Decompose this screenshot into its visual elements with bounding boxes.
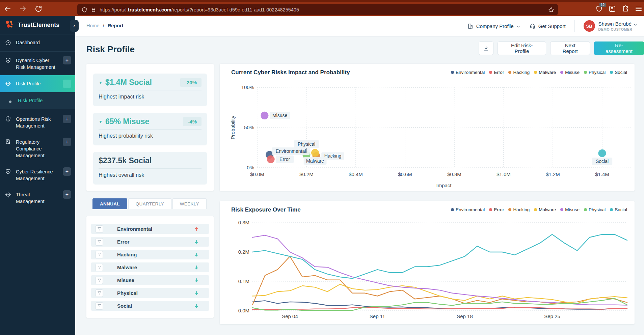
risk-name: Physical — [117, 290, 193, 296]
filter-funnel-icon[interactable] — [96, 302, 103, 310]
svg-text:Environmental: Environmental — [276, 148, 306, 154]
legend-dot-icon — [584, 71, 587, 74]
svg-text:$1.4M: $1.4M — [595, 171, 609, 177]
svg-text:Physical: Physical — [298, 141, 315, 147]
filter-funnel-icon[interactable] — [96, 251, 103, 258]
line-series-misuse — [252, 235, 627, 305]
sidebar-item-dynamic-cyber-risk-management[interactable]: Dynamic Cyber Risk Management+ — [0, 52, 75, 75]
scatter-point-misuse[interactable] — [261, 112, 268, 119]
extension-shield-icon[interactable]: 12 — [595, 5, 603, 13]
risk-row-hacking: Hacking — [91, 250, 209, 259]
legend-item-hacking[interactable]: Hacking — [508, 70, 530, 75]
sidebar-item-regulatory-compliance-management[interactable]: Regulatory Compliance Management+ — [0, 134, 75, 164]
tracking-shield-icon[interactable] — [81, 7, 87, 13]
tab-weekly[interactable]: WEEKLY — [172, 198, 207, 209]
sidebar-item-threat-management[interactable]: Threat Management+ — [0, 187, 75, 210]
risk-row-environmental: Environmental — [91, 224, 209, 234]
extension-card-icon[interactable] — [608, 5, 616, 13]
download-button[interactable] — [479, 41, 493, 55]
legend-item-hacking[interactable]: Hacking — [508, 207, 530, 212]
legend-item-malware[interactable]: Malware — [534, 207, 556, 212]
stat-divider — [99, 168, 202, 169]
sidebar-collapse-button[interactable]: ‹ — [70, 20, 79, 32]
legend-item-misuse[interactable]: Misuse — [560, 207, 580, 212]
breadcrumb-home[interactable]: Home — [86, 23, 100, 28]
stat-top: $237.5k Social — [99, 156, 202, 165]
url-bar[interactable]: https://portal.trustelements.com/reports… — [77, 4, 558, 15]
stats-card: ▼$1.4M Social-20%Highest impact risk▼65%… — [86, 64, 214, 191]
reassessment-button[interactable]: Re-assessment — [594, 41, 644, 55]
scatter-point-malware[interactable] — [311, 149, 319, 157]
legend-item-error[interactable]: Error — [489, 207, 504, 212]
next-report-button[interactable]: Next Report — [550, 41, 590, 55]
legend-label: Malware — [539, 207, 556, 212]
legend-dot-icon — [451, 208, 454, 211]
get-support-link[interactable]: Get Support — [529, 23, 566, 29]
filter-funnel-icon[interactable] — [96, 264, 103, 271]
sidebar-item-dashboard[interactable]: Dashboard — [0, 34, 75, 51]
legend-item-social[interactable]: Social — [610, 207, 627, 212]
breadcrumb: Home / Report — [86, 23, 124, 28]
filter-funnel-icon[interactable] — [96, 277, 103, 284]
legend-dot-icon — [508, 71, 511, 74]
filter-funnel-icon[interactable] — [96, 225, 103, 233]
legend-label: Environmental — [456, 207, 485, 212]
reload-icon[interactable] — [34, 5, 43, 13]
bookmark-star-icon[interactable] — [548, 6, 555, 13]
legend-item-physical[interactable]: Physical — [584, 207, 606, 212]
line-chart-title: Risk Exposure Over Time — [231, 206, 301, 213]
legend-item-environmental[interactable]: Environmental — [451, 70, 485, 75]
svg-text:Impact: Impact — [436, 183, 452, 188]
stat-value: ▼65% Misuse — [99, 117, 149, 126]
risk-name: Social — [117, 303, 193, 309]
legend-item-error[interactable]: Error — [489, 70, 504, 75]
expand-plus-button[interactable]: + — [63, 138, 71, 146]
svg-text:Hacking: Hacking — [324, 153, 342, 159]
expand-plus-button[interactable]: + — [63, 190, 71, 199]
filter-funnel-icon[interactable] — [96, 238, 103, 246]
legend-item-social[interactable]: Social — [610, 70, 627, 75]
tab-quarterly[interactable]: QUARTERLY — [128, 198, 171, 209]
menu-hamburger-icon[interactable] — [635, 5, 643, 13]
risk-name: Environmental — [117, 226, 193, 232]
risk-name: Hacking — [117, 252, 193, 257]
svg-text:Sep 25: Sep 25 — [544, 313, 560, 319]
shield-split-icon — [5, 116, 11, 122]
legend-item-malware[interactable]: Malware — [534, 70, 556, 75]
sidebar-item-operations-risk-management[interactable]: Operations Risk Management+ — [0, 111, 75, 134]
company-profile-menu[interactable]: Company Profile — [467, 23, 520, 29]
legend-item-misuse[interactable]: Misuse — [560, 70, 580, 75]
filter-funnel-icon[interactable] — [96, 289, 103, 297]
user-menu[interactable]: SB Shawn Bérubé DEMO CUSTOMER — [584, 20, 637, 32]
period-tabs: ANNUALQUARTERLYWEEKLY — [92, 198, 207, 209]
expand-plus-button[interactable]: + — [63, 115, 71, 123]
svg-text:0.0M: 0.0M — [238, 308, 249, 313]
scatter-point-social[interactable] — [598, 149, 606, 157]
crosshair-icon — [5, 191, 11, 198]
extensions-puzzle-icon[interactable] — [621, 5, 629, 13]
sidebar-item-risk-profile[interactable]: Risk Profile− — [0, 75, 75, 92]
scatter-point-error[interactable] — [267, 156, 275, 163]
sidebar-item-label: Dashboard — [16, 39, 71, 46]
lock-icon[interactable] — [90, 7, 97, 13]
back-icon[interactable] — [3, 5, 11, 13]
trend-down-arrow-icon — [193, 251, 199, 258]
svg-text:Sep 04: Sep 04 — [282, 313, 298, 319]
svg-text:100%: 100% — [241, 84, 254, 90]
building-icon — [467, 23, 474, 29]
tab-annual[interactable]: ANNUAL — [92, 198, 127, 209]
legend-item-physical[interactable]: Physical — [584, 70, 606, 75]
legend-label: Social — [615, 207, 627, 212]
legend-dot-icon — [560, 208, 563, 211]
expand-plus-button[interactable]: + — [63, 56, 71, 64]
forward-icon[interactable] — [19, 5, 27, 13]
collapse-minus-button[interactable]: − — [63, 80, 71, 88]
svg-text:Probability: Probability — [230, 115, 236, 139]
expand-plus-button[interactable]: + — [63, 167, 71, 176]
risk-row-physical: Physical — [91, 288, 209, 298]
legend-dot-icon — [610, 208, 613, 211]
sidebar-item-risk-profile-sub[interactable]: Risk Profile — [0, 92, 75, 109]
edit-risk-profile-button[interactable]: Edit Risk-Profile — [498, 41, 546, 55]
sidebar-item-cyber-resilience-management[interactable]: Cyber Resilience Management+ — [0, 164, 75, 187]
legend-item-environmental[interactable]: Environmental — [451, 207, 485, 212]
